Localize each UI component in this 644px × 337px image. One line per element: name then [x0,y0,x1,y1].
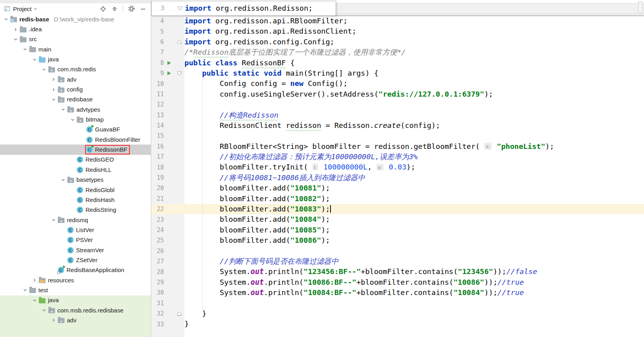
line-number[interactable]: 4 [151,17,164,25]
code-line-10[interactable]: 10 Config config = new Config(); [151,78,644,89]
code-line-29[interactable]: 29 System.out.println("10086:BF--"+bloom… [151,277,644,287]
run-line-icon[interactable] [164,61,174,65]
tree-item-RedisGlobl[interactable]: CRedisGlobl [0,185,151,195]
tree-item-redis-base[interactable]: redis-baseD:\work_vip\redis-base [0,14,151,24]
line-number[interactable]: 22 [151,206,164,213]
code-line-7[interactable]: 7/*Redisson底层基于位图实现了一个布隆过滤器，使用非常方便*/ [151,47,644,57]
line-number[interactable]: 7 [151,49,164,56]
line-number[interactable]: 19 [151,174,164,181]
tree-item-RedisBaseApplication[interactable]: CRedisBaseApplication [0,265,151,275]
tree-item-GuavaBF[interactable]: CGuavaBF [0,125,151,135]
line-number[interactable]: 14 [151,122,164,129]
chevron-down-icon[interactable] [11,35,19,43]
code-line-14[interactable]: 14 RedissonClient redisson = Redisson.cr… [151,120,644,131]
run-line-icon[interactable] [164,71,174,75]
chevron-down-icon[interactable] [21,286,29,294]
chevron-down-icon[interactable] [40,65,48,73]
code-line-21[interactable]: 21 bloomFilter.add("10082"); [151,194,644,204]
fold-marker-icon[interactable] [174,312,184,316]
panel-title-dropdown-icon[interactable] [33,7,38,11]
chevron-right-icon[interactable] [30,276,38,284]
tree-item-java[interactable]: java [0,54,151,64]
tree-item-resources[interactable]: resources [0,275,151,285]
hide-panel-icon[interactable] [139,5,147,13]
sticky-line-3[interactable]: 3import org.redisson.Redisson; [151,1,336,16]
tree-item-advtypes[interactable]: advtypes [0,105,151,114]
code-editor[interactable]: 4import org.redisson.api.RBloomFilter;5i… [151,0,644,337]
tree-item-bitmap[interactable]: bitmap [0,114,151,124]
line-number[interactable]: 18 [151,164,164,171]
tree-item-RedisHLL[interactable]: CRedisHLL [0,165,151,175]
tree-item-test[interactable]: test [0,285,151,295]
line-number[interactable]: 20 [151,185,164,192]
line-number[interactable]: 15 [151,132,164,139]
settings-gear-icon[interactable] [127,5,135,13]
tree-item-adv[interactable]: adv [0,315,151,325]
locate-file-icon[interactable] [99,5,107,13]
code-line-26[interactable]: 26 [151,246,644,256]
line-number[interactable]: 8 [151,59,164,67]
chevron-right-icon[interactable] [11,25,19,33]
code-line-20[interactable]: 20 bloomFilter.add("10081"); [151,183,644,193]
chevron-down-icon[interactable] [68,116,76,124]
chevron-down-icon[interactable] [49,216,57,224]
code-line-13[interactable]: 13 //构造Redisson [151,110,644,120]
code-line-19[interactable]: 19 //将号码10081~10086插入到布隆过滤器中 [151,173,644,183]
chevron-down-icon[interactable] [30,55,38,63]
line-number[interactable]: 13 [151,112,164,119]
line-number[interactable]: 24 [151,227,164,234]
code-line-31[interactable]: 31 [151,298,644,308]
chevron-down-icon[interactable] [40,307,48,314]
code-line-18[interactable]: 18 bloomFilter.tryInit( l: 100000000L, v… [151,162,644,172]
tree-item-RedisHash[interactable]: CRedisHash [0,195,151,205]
tree-item-basetypes[interactable]: basetypes [0,175,151,185]
line-number[interactable]: 26 [151,248,164,255]
tree-item-redisbase[interactable]: redisbase [0,95,151,105]
tree-item-src[interactable]: src [0,34,151,44]
tree-item-java[interactable]: java [0,295,151,305]
code-line-24[interactable]: 24 bloomFilter.add("10085"); [151,225,644,235]
code-line-22[interactable]: 22 bloomFilter.add("10083"); [151,204,644,214]
code-line-11[interactable]: 11 config.useSingleServer().setAddress("… [151,89,644,99]
code-line-33[interactable]: 33} [151,319,644,329]
tree-item-RedisBloomFilter[interactable]: CRedisBloomFilter [0,135,151,145]
tree-item-com.msb.redis[interactable]: com.msb.redis [0,65,151,74]
code-line-8[interactable]: 8public class RedissonBF { [151,58,644,68]
tree-item-RedisGEO[interactable]: CRedisGEO [0,155,151,165]
line-number[interactable]: 31 [151,300,164,307]
line-number[interactable]: 29 [151,279,164,286]
chevron-down-icon[interactable] [59,176,67,184]
line-number[interactable]: 12 [151,101,164,108]
chevron-right-icon[interactable] [49,86,57,93]
code-line-15[interactable]: 15 [151,131,644,141]
chevron-down-icon[interactable] [59,106,67,114]
tree-item-redismq[interactable]: redismq [0,215,151,225]
code-line-30[interactable]: 30 System.out.println("10084:BF--"+bloom… [151,287,644,298]
code-line-16[interactable]: 16 RBloomFilter<String> bloomFilter = re… [151,141,644,152]
code-line-9[interactable]: 9 public static void main(String[] args)… [151,68,644,78]
code-line-4[interactable]: 4import org.redisson.api.RBloomFilter; [151,16,644,26]
code-line-17[interactable]: 17 //初始化布隆过滤器：预计元素为100000000L,误差率为3% [151,152,644,162]
fold-marker-icon[interactable] [175,6,185,11]
chevron-right-icon[interactable] [49,316,57,324]
code-line-25[interactable]: 25 bloomFilter.add("10086"); [151,235,644,246]
editor-scrollbar-thumb[interactable] [638,1,643,13]
line-number[interactable]: 28 [151,268,164,276]
line-number[interactable]: 21 [151,195,164,202]
line-number[interactable]: 33 [151,321,164,328]
chevron-down-icon[interactable] [2,15,10,23]
tree-item-PSVer[interactable]: CPSVer [0,235,151,245]
line-number[interactable]: 32 [151,310,164,317]
line-number[interactable]: 9 [151,70,164,77]
line-number[interactable]: 23 [151,216,164,223]
chevron-down-icon[interactable] [49,95,57,103]
tree-item-ListVer[interactable]: CListVer [0,225,151,235]
chevron-down-icon[interactable] [30,296,38,304]
code-line-28[interactable]: 28 System.out.println("123456:BF--"+bloo… [151,267,644,277]
tree-item-RedissonBF[interactable]: CRedissonBF [0,145,151,154]
fold-marker-icon[interactable] [174,40,184,44]
code-line-5[interactable]: 5import org.redisson.api.RedissonClient; [151,26,644,36]
line-number[interactable]: 30 [151,289,164,296]
code-line-12[interactable]: 12 [151,99,644,110]
line-number[interactable]: 27 [151,258,164,265]
